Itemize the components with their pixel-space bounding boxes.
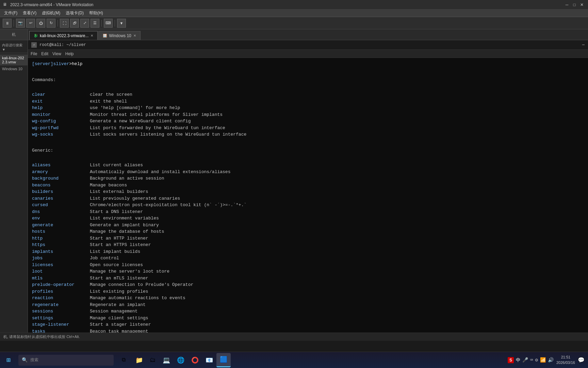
cmd-desc-licenses: Open source licenses — [90, 262, 143, 269]
sidebar-item-win10[interactable]: Windows 10 — [0, 65, 28, 72]
terminal-menu-edit[interactable]: Edit — [41, 51, 48, 56]
separator-3 — [101, 20, 102, 27]
maximize-button[interactable]: □ — [571, 1, 578, 8]
taskbar-app-explorer2[interactable]: 🗂 — [146, 353, 159, 367]
cmd-desc-generate: Generate an implant binary — [90, 222, 159, 229]
input-method-s-icon[interactable]: S — [508, 357, 514, 363]
microphone-icon[interactable]: 🎤 — [522, 357, 528, 363]
network-icon[interactable]: 📶 — [540, 357, 546, 363]
notification-button[interactable]: 💬 — [578, 357, 585, 364]
kali-tab-close[interactable]: ✕ — [91, 34, 93, 37]
fullscreen-button[interactable]: ⛶ — [60, 19, 69, 28]
cmd-name-jobs: jobs — [32, 255, 90, 262]
taskview-button[interactable]: ⧉ — [116, 353, 131, 367]
cmd-name-builders: builders — [32, 188, 90, 195]
win10-tab-label: Windows 10 — [109, 33, 131, 38]
keyboard-icon[interactable]: ⌨ — [530, 357, 533, 363]
view-options-button[interactable]: ▼ — [117, 19, 126, 28]
explorer-icon: 📁 — [135, 356, 143, 364]
menu-view[interactable]: 查看(V) — [20, 10, 39, 17]
cmd-wg-config: wg-config Generate a new WireGuard clien… — [32, 118, 584, 125]
terminal-menu-view[interactable]: View — [52, 51, 61, 56]
edge-icon: 🌐 — [177, 356, 184, 364]
power-button[interactable]: ⏻ — [36, 19, 45, 28]
menu-file[interactable]: 文件(F) — [1, 10, 20, 17]
taskbar-app-terminal[interactable]: 💻 — [159, 353, 174, 367]
taskbar-search-box[interactable]: 🔍 搜索 — [18, 355, 114, 366]
menu-help[interactable]: 帮助(H) — [86, 10, 106, 17]
taskbar-app-mail[interactable]: 📧 — [202, 353, 216, 367]
pause-button[interactable]: ⏸ — [3, 19, 12, 28]
commands-header: Commands: — [32, 77, 584, 83]
start-button[interactable]: ⊞ — [0, 352, 17, 368]
cmd-name-http: http — [32, 235, 90, 242]
command-input-line: [server] sliver > help — [32, 61, 584, 67]
kali-tab-icon: 🐉 — [34, 34, 38, 37]
cmd-dns: dns Start a DNS listener — [32, 209, 584, 215]
cmd-generate: generate Generate an implant binary — [32, 222, 584, 229]
taskbar: ⊞ 🔍 搜索 ⧉ 📁 🗂 💻 🌐 ⭕ 📧 🟦 S 中 🎤 ⌨ ⚙ — [0, 352, 588, 368]
cmd-name-reaction: reaction — [32, 295, 90, 302]
explorer2-icon: 🗂 — [150, 356, 156, 364]
cmd-name-prelude-operator: prelude-operator — [32, 281, 90, 288]
cmd-name-regenerate: regenerate — [32, 302, 90, 308]
cmd-name-wg-config: wg-config — [32, 118, 90, 125]
cmd-clear: clear clear the screen — [32, 91, 584, 98]
cmd-beacons: beacons Manage beacons — [32, 182, 584, 189]
status-message: 机, 请将鼠标指针从虚拟机中移出或按 Ctrl+Alt. — [3, 334, 80, 339]
taskbar-app-edge[interactable]: 🌐 — [174, 353, 188, 367]
panel-label: 机 — [12, 32, 16, 37]
sidebar-item-kali[interactable]: kali-linux-2022.3.vmw — [0, 55, 28, 65]
cmd-name-beacons: beacons — [32, 182, 90, 189]
vm-tab-kali[interactable]: 🐉 kali-linux-2022.3-vmware... ✕ — [29, 31, 98, 40]
taskbar-app-circle[interactable]: ⭕ — [188, 353, 202, 367]
terminal-content[interactable]: [server] sliver > help Commands: clear c… — [28, 58, 588, 333]
taskbar-app-explorer[interactable]: 📁 — [132, 353, 146, 367]
win10-tab-close[interactable]: ✕ — [133, 34, 136, 37]
taskbar-search-icon: 🔍 — [22, 357, 28, 363]
settings-icon[interactable]: ⚙ — [535, 357, 538, 363]
power-button-2[interactable]: ↻ — [47, 19, 55, 28]
separator-1 — [14, 20, 14, 27]
cmd-canaries: canaries List previously generated canar… — [32, 195, 584, 202]
cmd-name-wg-portfwd: wg-portfwd — [32, 125, 90, 132]
left-panel-tab: 机 — [0, 29, 28, 40]
screenshot-button[interactable]: 📷 — [16, 19, 25, 28]
taskbar-clock[interactable]: 21:51 2026/03/16 — [556, 355, 575, 365]
cmd-name-dns: dns — [32, 209, 90, 215]
unity-button[interactable]: ☰ — [91, 19, 99, 28]
cmd-help: help use 'help [command]' for more help — [32, 105, 584, 111]
menu-tab[interactable]: 选项卡(D) — [63, 10, 86, 17]
menu-vm[interactable]: 虚拟机(M) — [39, 10, 63, 17]
help-command: help — [72, 61, 82, 67]
cmd-tasks: tasks Beacon task management — [32, 328, 584, 333]
terminal-menu-help[interactable]: Help — [65, 51, 74, 56]
vm-tab-win10[interactable]: 🪟 Windows 10 ✕ — [98, 31, 140, 40]
cmd-mtls: mtls Start an mTLS listener — [32, 275, 584, 282]
terminal-menu-file[interactable]: File — [31, 51, 37, 56]
cmd-implants: implants List implant builds — [32, 248, 584, 255]
cmd-desc-wg-config: Generate a new WireGuard client config — [90, 118, 191, 125]
main-layout: 内容进行搜索 ▼ kali-linux-2022.3.vmw Windows 1… — [0, 40, 588, 333]
cmd-desc-tasks: Beacon task management — [90, 328, 148, 333]
app-icon: 🖥 — [3, 2, 8, 7]
cmd-name-canaries: canaries — [32, 195, 90, 202]
window-button[interactable]: 🗗 — [70, 19, 79, 28]
sound-icon[interactable]: 🔊 — [548, 357, 554, 363]
taskbar-app-vmware[interactable]: 🟦 — [216, 353, 231, 367]
input-method-zh-icon[interactable]: 中 — [516, 357, 520, 363]
cmd-desc-reaction: Manage automatic reactions to events — [90, 295, 185, 302]
revert-button[interactable]: ↩ — [26, 19, 35, 28]
cmd-desc-clear: clear the screen — [90, 91, 132, 98]
sidebar-search[interactable]: 内容进行搜索 ▼ — [0, 42, 28, 53]
cmd-name-mtls: mtls — [32, 275, 90, 282]
cmd-desc-prelude-operator: Manage connection to Prelude's Operator — [90, 281, 193, 288]
mail-icon: 📧 — [206, 356, 213, 364]
ctrl-alt-del-button[interactable]: ⌨ — [104, 19, 113, 28]
cmd-desc-armory: Automatically download and install exten… — [90, 169, 230, 175]
close-button[interactable]: ✕ — [578, 1, 585, 8]
stretch-button[interactable]: ⤢ — [80, 19, 89, 28]
minimize-button[interactable]: ─ — [564, 1, 570, 8]
cmd-builders: builders List external builders — [32, 188, 584, 195]
cmd-name-profiles: profiles — [32, 288, 90, 295]
